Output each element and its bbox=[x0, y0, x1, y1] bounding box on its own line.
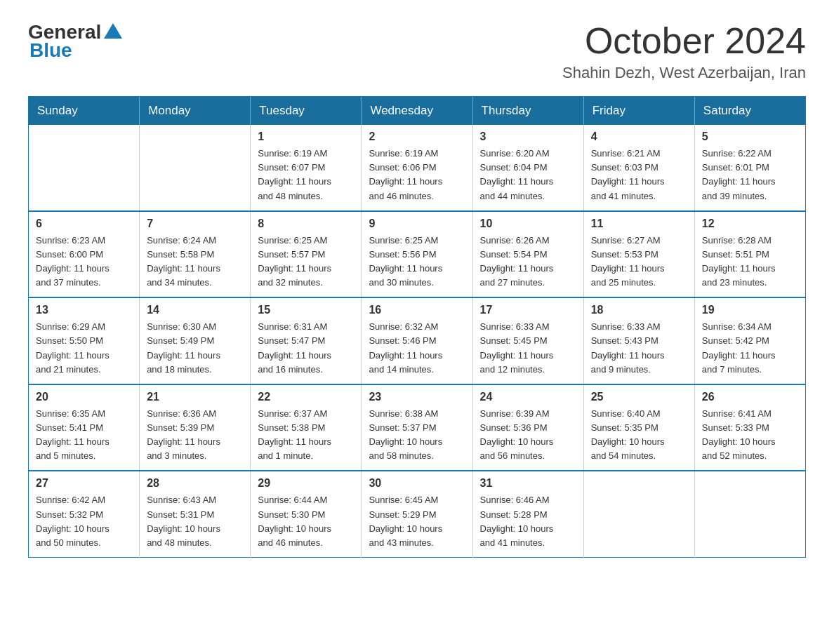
col-header-saturday: Saturday bbox=[694, 97, 805, 126]
calendar-cell: 29Sunrise: 6:44 AM Sunset: 5:30 PM Dayli… bbox=[251, 471, 362, 557]
day-number: 23 bbox=[369, 391, 465, 403]
day-info: Sunrise: 6:39 AM Sunset: 5:36 PM Dayligh… bbox=[480, 407, 576, 464]
day-info: Sunrise: 6:22 AM Sunset: 6:01 PM Dayligh… bbox=[702, 147, 798, 203]
day-number: 5 bbox=[702, 130, 798, 143]
day-info: Sunrise: 6:19 AM Sunset: 6:06 PM Dayligh… bbox=[369, 147, 465, 203]
calendar-cell bbox=[29, 125, 140, 211]
calendar-cell: 9Sunrise: 6:25 AM Sunset: 5:56 PM Daylig… bbox=[362, 211, 472, 298]
calendar-cell: 6Sunrise: 6:23 AM Sunset: 6:00 PM Daylig… bbox=[29, 211, 140, 298]
calendar-cell: 15Sunrise: 6:31 AM Sunset: 5:47 PM Dayli… bbox=[251, 297, 362, 384]
calendar-table: SundayMondayTuesdayWednesdayThursdayFrid… bbox=[28, 96, 806, 558]
day-info: Sunrise: 6:40 AM Sunset: 5:35 PM Dayligh… bbox=[591, 407, 687, 464]
day-number: 31 bbox=[480, 477, 576, 490]
col-header-sunday: Sunday bbox=[29, 97, 140, 126]
day-info: Sunrise: 6:44 AM Sunset: 5:30 PM Dayligh… bbox=[258, 493, 354, 550]
day-info: Sunrise: 6:19 AM Sunset: 6:07 PM Dayligh… bbox=[258, 147, 354, 203]
day-info: Sunrise: 6:29 AM Sunset: 5:50 PM Dayligh… bbox=[36, 320, 132, 377]
day-info: Sunrise: 6:36 AM Sunset: 5:39 PM Dayligh… bbox=[147, 407, 243, 464]
calendar-cell: 5Sunrise: 6:22 AM Sunset: 6:01 PM Daylig… bbox=[694, 125, 805, 211]
day-number: 18 bbox=[591, 304, 687, 316]
day-info: Sunrise: 6:33 AM Sunset: 5:45 PM Dayligh… bbox=[480, 320, 576, 377]
calendar-body: 1Sunrise: 6:19 AM Sunset: 6:07 PM Daylig… bbox=[29, 125, 806, 557]
day-number: 30 bbox=[369, 477, 465, 490]
day-number: 22 bbox=[258, 391, 354, 403]
day-info: Sunrise: 6:45 AM Sunset: 5:29 PM Dayligh… bbox=[369, 493, 465, 550]
title-area: October 2024 Shahin Dezh, West Azerbaija… bbox=[562, 21, 806, 82]
calendar-cell: 12Sunrise: 6:28 AM Sunset: 5:51 PM Dayli… bbox=[694, 211, 805, 298]
day-info: Sunrise: 6:42 AM Sunset: 5:32 PM Dayligh… bbox=[36, 493, 132, 550]
svg-marker-0 bbox=[104, 23, 122, 39]
header: General Blue October 2024 Shahin Dezh, W… bbox=[28, 21, 806, 82]
day-number: 2 bbox=[369, 130, 465, 143]
calendar-cell: 2Sunrise: 6:19 AM Sunset: 6:06 PM Daylig… bbox=[362, 125, 472, 211]
day-number: 27 bbox=[36, 477, 132, 490]
calendar-cell: 27Sunrise: 6:42 AM Sunset: 5:32 PM Dayli… bbox=[29, 471, 140, 557]
calendar-cell: 20Sunrise: 6:35 AM Sunset: 5:41 PM Dayli… bbox=[29, 384, 140, 471]
calendar-cell: 11Sunrise: 6:27 AM Sunset: 5:53 PM Dayli… bbox=[583, 211, 694, 298]
day-info: Sunrise: 6:37 AM Sunset: 5:38 PM Dayligh… bbox=[258, 407, 354, 464]
day-number: 10 bbox=[480, 217, 576, 230]
calendar-cell: 24Sunrise: 6:39 AM Sunset: 5:36 PM Dayli… bbox=[472, 384, 583, 471]
calendar-header: SundayMondayTuesdayWednesdayThursdayFrid… bbox=[29, 97, 806, 126]
calendar-cell: 25Sunrise: 6:40 AM Sunset: 5:35 PM Dayli… bbox=[583, 384, 694, 471]
calendar-week-1: 1Sunrise: 6:19 AM Sunset: 6:07 PM Daylig… bbox=[29, 125, 806, 211]
day-number: 29 bbox=[258, 477, 354, 490]
calendar-cell: 14Sunrise: 6:30 AM Sunset: 5:49 PM Dayli… bbox=[140, 297, 251, 384]
day-info: Sunrise: 6:20 AM Sunset: 6:04 PM Dayligh… bbox=[480, 147, 576, 203]
calendar-cell: 3Sunrise: 6:20 AM Sunset: 6:04 PM Daylig… bbox=[472, 125, 583, 211]
logo-triangle-icon bbox=[104, 23, 122, 39]
calendar-cell: 1Sunrise: 6:19 AM Sunset: 6:07 PM Daylig… bbox=[251, 125, 362, 211]
day-info: Sunrise: 6:33 AM Sunset: 5:43 PM Dayligh… bbox=[591, 320, 687, 377]
day-number: 6 bbox=[36, 217, 132, 230]
day-number: 7 bbox=[147, 217, 243, 230]
day-info: Sunrise: 6:26 AM Sunset: 5:54 PM Dayligh… bbox=[480, 234, 576, 290]
calendar-cell: 22Sunrise: 6:37 AM Sunset: 5:38 PM Dayli… bbox=[251, 384, 362, 471]
day-info: Sunrise: 6:46 AM Sunset: 5:28 PM Dayligh… bbox=[480, 493, 576, 550]
day-number: 17 bbox=[480, 304, 576, 316]
location-subtitle: Shahin Dezh, West Azerbaijan, Iran bbox=[562, 64, 806, 82]
day-info: Sunrise: 6:41 AM Sunset: 5:33 PM Dayligh… bbox=[702, 407, 798, 464]
day-number: 28 bbox=[147, 477, 243, 490]
calendar-week-5: 27Sunrise: 6:42 AM Sunset: 5:32 PM Dayli… bbox=[29, 471, 806, 557]
day-info: Sunrise: 6:32 AM Sunset: 5:46 PM Dayligh… bbox=[369, 320, 465, 377]
calendar-cell: 13Sunrise: 6:29 AM Sunset: 5:50 PM Dayli… bbox=[29, 297, 140, 384]
calendar-cell: 4Sunrise: 6:21 AM Sunset: 6:03 PM Daylig… bbox=[583, 125, 694, 211]
calendar-cell: 17Sunrise: 6:33 AM Sunset: 5:45 PM Dayli… bbox=[472, 297, 583, 384]
calendar-cell: 21Sunrise: 6:36 AM Sunset: 5:39 PM Dayli… bbox=[140, 384, 251, 471]
col-header-monday: Monday bbox=[140, 97, 251, 126]
logo-blue-text: Blue bbox=[29, 39, 72, 62]
calendar-week-4: 20Sunrise: 6:35 AM Sunset: 5:41 PM Dayli… bbox=[29, 384, 806, 471]
day-number: 12 bbox=[702, 217, 798, 230]
month-title: October 2024 bbox=[562, 21, 806, 61]
day-info: Sunrise: 6:28 AM Sunset: 5:51 PM Dayligh… bbox=[702, 234, 798, 290]
calendar-cell: 7Sunrise: 6:24 AM Sunset: 5:58 PM Daylig… bbox=[140, 211, 251, 298]
day-number: 21 bbox=[147, 391, 243, 403]
calendar-cell bbox=[140, 125, 251, 211]
day-number: 4 bbox=[591, 130, 687, 143]
calendar-week-2: 6Sunrise: 6:23 AM Sunset: 6:00 PM Daylig… bbox=[29, 211, 806, 298]
calendar-cell: 16Sunrise: 6:32 AM Sunset: 5:46 PM Dayli… bbox=[362, 297, 472, 384]
day-info: Sunrise: 6:23 AM Sunset: 6:00 PM Dayligh… bbox=[36, 234, 132, 290]
day-number: 11 bbox=[591, 217, 687, 230]
calendar-cell bbox=[694, 471, 805, 557]
header-row: SundayMondayTuesdayWednesdayThursdayFrid… bbox=[29, 97, 806, 126]
calendar-cell: 8Sunrise: 6:25 AM Sunset: 5:57 PM Daylig… bbox=[251, 211, 362, 298]
day-info: Sunrise: 6:25 AM Sunset: 5:56 PM Dayligh… bbox=[369, 234, 465, 290]
day-info: Sunrise: 6:34 AM Sunset: 5:42 PM Dayligh… bbox=[702, 320, 798, 377]
day-info: Sunrise: 6:30 AM Sunset: 5:49 PM Dayligh… bbox=[147, 320, 243, 377]
logo: General Blue bbox=[28, 21, 122, 62]
calendar-week-3: 13Sunrise: 6:29 AM Sunset: 5:50 PM Dayli… bbox=[29, 297, 806, 384]
day-number: 15 bbox=[258, 304, 354, 316]
calendar-cell: 10Sunrise: 6:26 AM Sunset: 5:54 PM Dayli… bbox=[472, 211, 583, 298]
calendar-cell: 19Sunrise: 6:34 AM Sunset: 5:42 PM Dayli… bbox=[694, 297, 805, 384]
day-number: 8 bbox=[258, 217, 354, 230]
day-info: Sunrise: 6:24 AM Sunset: 5:58 PM Dayligh… bbox=[147, 234, 243, 290]
day-info: Sunrise: 6:25 AM Sunset: 5:57 PM Dayligh… bbox=[258, 234, 354, 290]
day-number: 20 bbox=[36, 391, 132, 403]
col-header-friday: Friday bbox=[583, 97, 694, 126]
day-number: 24 bbox=[480, 391, 576, 403]
day-number: 19 bbox=[702, 304, 798, 316]
day-info: Sunrise: 6:35 AM Sunset: 5:41 PM Dayligh… bbox=[36, 407, 132, 464]
col-header-thursday: Thursday bbox=[472, 97, 583, 126]
day-info: Sunrise: 6:43 AM Sunset: 5:31 PM Dayligh… bbox=[147, 493, 243, 550]
